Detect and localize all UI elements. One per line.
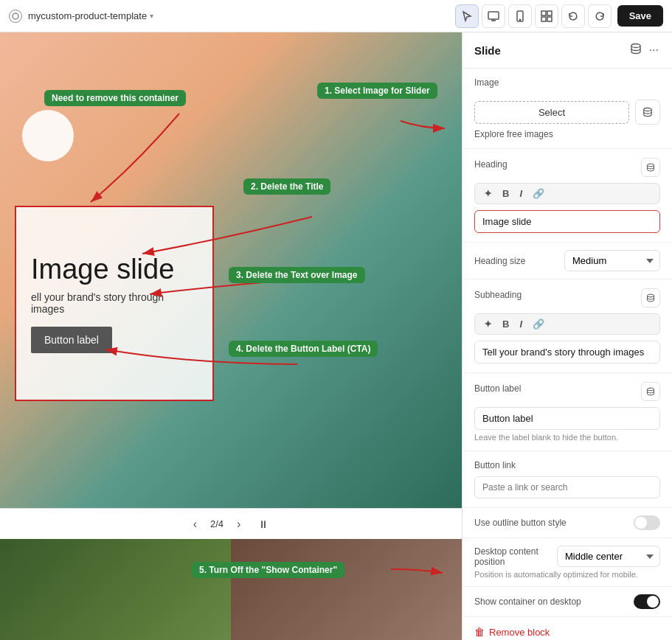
annotation-3: 3. Delete the Text over Image (229, 267, 365, 283)
subheading-format-bar: ✦ B I 🔗 (474, 313, 660, 335)
button-label-hint: Leave the label blank to hide the button… (474, 433, 660, 442)
page-indicator: 2/4 (210, 518, 224, 529)
redo-button[interactable] (588, 4, 612, 28)
pause-slideshow-button[interactable]: ⏸ (254, 517, 273, 532)
sub-format-link-button[interactable]: 🔗 (530, 317, 547, 331)
image-section: Image Select Explore free images (463, 69, 672, 149)
heading-db-icon-button[interactable] (641, 158, 660, 177)
heading-section: Heading ✦ B I 🔗 (463, 149, 672, 243)
svg-point-11 (644, 108, 652, 111)
heading-size-select[interactable]: Medium Small Large (564, 250, 660, 271)
annotation-5: 5. Turn Off the "Show Container" (192, 562, 344, 578)
show-container-row: Show container on desktop (463, 587, 672, 617)
button-label-db-icon-button[interactable] (641, 382, 660, 401)
outline-button-label: Use outline button style (474, 518, 567, 528)
page-title[interactable]: mycustom-product-template ▾ (28, 10, 153, 21)
preview-image-2 (231, 539, 462, 640)
svg-rect-5 (547, 11, 552, 15)
heading-size-label: Heading size (474, 256, 525, 266)
image-controls: Select (474, 100, 660, 125)
button-label-input[interactable] (474, 407, 660, 430)
heading-section-row: Heading (474, 158, 660, 177)
panel-header-actions: ··· (628, 41, 660, 59)
svg-rect-7 (547, 17, 552, 21)
subheading-section-row: Subheading (474, 288, 660, 307)
preview-image-1 (0, 539, 231, 640)
mobile-view-button[interactable] (508, 4, 532, 28)
format-bold-button[interactable]: B (499, 187, 512, 201)
outline-button-toggle[interactable] (634, 515, 660, 530)
button-label-label: Button label (474, 383, 521, 394)
sub-format-italic-button[interactable]: I (516, 317, 525, 331)
image-section-row: Image (474, 77, 660, 94)
slide-subheading: ell your brand's story through images (31, 291, 198, 315)
sub-format-sparkle-button[interactable]: ✦ (481, 317, 495, 331)
remove-block-button[interactable]: 🗑 Remove block (463, 617, 672, 640)
button-link-input[interactable] (474, 476, 660, 498)
remove-block-label: Remove block (489, 627, 550, 638)
main-layout: Image slide ell your brand's story throu… (0, 32, 672, 640)
select-image-button[interactable]: Select (474, 101, 629, 124)
logo-icon (9, 10, 22, 23)
show-container-toggle[interactable] (634, 594, 660, 609)
subheading-input[interactable] (474, 341, 660, 364)
preview-strip (0, 539, 462, 640)
button-label-section: Button label Leave the label blank to hi… (463, 373, 672, 451)
annotation-4: 4. Delete the Button Label (CTA) (229, 341, 378, 357)
subheading-section: Subheading ✦ B I 🔗 (463, 279, 672, 373)
button-link-section: Button link (463, 451, 672, 508)
annotation-slider: 1. Select Image for Slider (317, 83, 437, 99)
panel-title: Slide (474, 44, 501, 57)
desktop-content-section: Desktop content position Middle center T… (463, 538, 672, 587)
next-slide-button[interactable]: › (232, 516, 245, 532)
topbar-toolbar: Save (455, 4, 663, 28)
heading-input[interactable] (474, 210, 660, 233)
prev-slide-button[interactable]: ‹ (189, 516, 201, 532)
trash-icon: 🗑 (474, 626, 485, 638)
panel-more-button[interactable]: ··· (648, 42, 660, 58)
subheading-db-icon-button[interactable] (641, 288, 660, 307)
right-panel: Slide ··· Image Select Explore free imag… (462, 32, 672, 640)
grid-view-button[interactable] (535, 4, 558, 28)
dcp-row: Desktop content position Middle center T… (474, 546, 660, 567)
topbar-left: mycustom-product-template ▾ (9, 10, 153, 23)
annotation-1: Need to remove this container (44, 90, 186, 106)
undo-redo-group (455, 4, 612, 28)
desktop-content-select[interactable]: Middle center Top left Top center Top ri… (557, 546, 660, 567)
svg-point-3 (519, 19, 520, 20)
annotation-2: 2. Delete the Title (243, 178, 330, 195)
explore-images-link[interactable]: Explore free images (474, 129, 660, 139)
chevron-down-icon: ▾ (150, 12, 153, 20)
desktop-content-label: Desktop content position (474, 546, 548, 567)
svg-rect-4 (541, 11, 546, 15)
save-button[interactable]: Save (617, 5, 663, 27)
svg-point-14 (648, 388, 654, 391)
button-link-label: Button link (474, 460, 660, 470)
image-label: Image (474, 77, 499, 88)
undo-button[interactable] (561, 4, 585, 28)
pagination-bar: ‹ 2/4 › ⏸ (0, 508, 462, 539)
image-db-icon-button[interactable] (635, 100, 660, 125)
panel-db-icon-button[interactable] (628, 41, 643, 59)
show-container-label: Show container on desktop (474, 596, 581, 607)
slide-preview: Image slide ell your brand's story throu… (0, 32, 462, 508)
svg-point-10 (631, 44, 640, 48)
panel-header: Slide ··· (463, 32, 672, 69)
topbar: mycustom-product-template ▾ Sav (0, 0, 672, 32)
desktop-content-hint: Position is automatically optimized for … (474, 570, 660, 579)
format-link-button[interactable]: 🔗 (530, 187, 547, 201)
format-italic-button[interactable]: I (516, 187, 525, 201)
slide-heading: Image slide (31, 254, 174, 285)
slide-background: Image slide ell your brand's story throu… (0, 32, 462, 508)
format-sparkle-button[interactable]: ✦ (481, 187, 495, 201)
sub-format-bold-button[interactable]: B (499, 317, 512, 331)
canvas: Image slide ell your brand's story throu… (0, 32, 462, 640)
slide-content-container: Image slide ell your brand's story throu… (15, 206, 214, 401)
svg-rect-1 (488, 12, 499, 19)
svg-point-13 (648, 294, 654, 297)
desktop-view-button[interactable] (482, 4, 505, 28)
heading-format-bar: ✦ B I 🔗 (474, 183, 660, 204)
cursor-tool-button[interactable] (455, 4, 479, 28)
btn-label-row: Button label (474, 382, 660, 401)
slide-cta-button[interactable]: Button label (31, 327, 112, 353)
